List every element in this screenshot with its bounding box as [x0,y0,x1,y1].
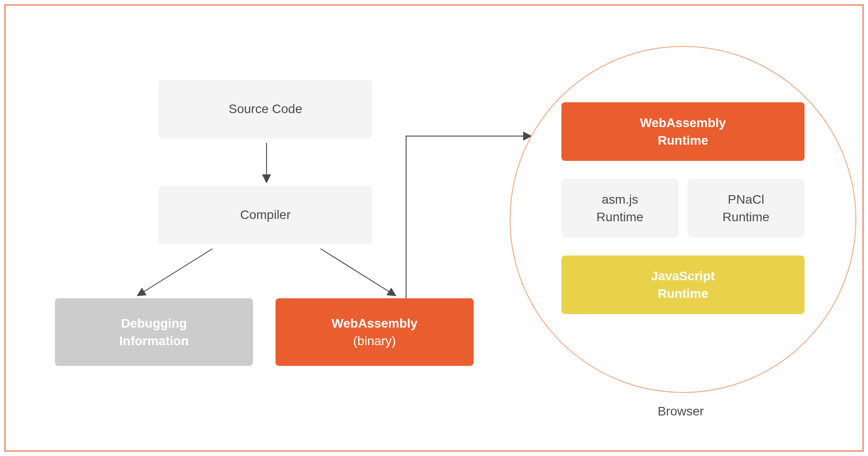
debugging-label-line2: Information [119,332,189,350]
pnacl-runtime-label-line1: PNaCl [728,191,764,208]
webassembly-label-line2: (binary) [353,332,396,350]
wasm-runtime-label-line2: Runtime [658,132,708,149]
svg-line-1 [140,249,212,294]
svg-line-2 [321,249,393,294]
debugging-info-box: Debugging Information [55,298,253,366]
browser-label: Browser [636,404,726,419]
js-runtime-label-line2: Runtime [658,285,708,302]
compiler-label: Compiler [240,206,290,223]
webassembly-binary-box: WebAssembly (binary) [276,298,474,366]
source-code-label: Source Code [229,100,302,118]
arrow-compiler-to-webassembly [312,246,402,301]
wasm-runtime-label-line1: WebAssembly [640,114,726,132]
compiler-box: Compiler [158,186,372,244]
javascript-runtime-box: JavaScript Runtime [561,255,805,314]
js-runtime-label-line1: JavaScript [651,267,715,285]
pnacl-runtime-label-line2: Runtime [723,208,769,226]
arrow-compiler-to-debugging [131,246,222,301]
source-code-box: Source Code [158,80,372,138]
pnacl-runtime-box: PNaCl Runtime [687,179,805,237]
asmjs-runtime-box: asm.js Runtime [561,179,678,237]
webassembly-runtime-box: WebAssembly Runtime [561,102,805,161]
debugging-label-line1: Debugging [121,315,187,332]
webassembly-label-line1: WebAssembly [332,315,418,332]
asmjs-runtime-label-line1: asm.js [602,191,638,208]
asmjs-runtime-label-line2: Runtime [597,208,643,226]
diagram-frame: Source Code Compiler Debuggi [5,5,863,451]
arrow-source-to-compiler [260,141,273,186]
